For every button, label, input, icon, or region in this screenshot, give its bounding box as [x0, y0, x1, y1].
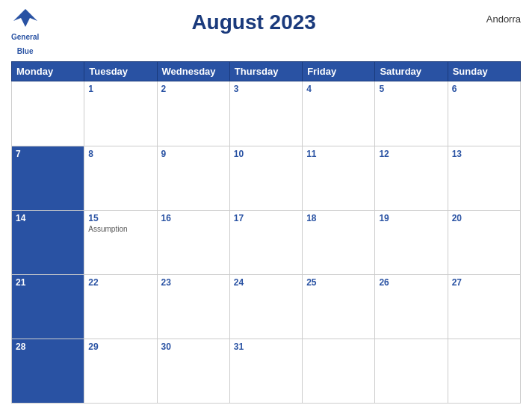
calendar-cell: 1 — [84, 81, 157, 146]
logo: General Blue — [11, 7, 39, 57]
calendar-cell: 18 — [303, 210, 375, 274]
calendar-cell: 13 — [448, 146, 520, 210]
event-label: Assumption — [88, 225, 152, 233]
calendar-cell: 3 — [229, 81, 302, 146]
calendar-cell: 16 — [157, 210, 229, 274]
day-number: 12 — [379, 149, 443, 159]
calendar-cell: 26 — [375, 274, 448, 339]
calendar-cell: 19 — [375, 210, 448, 274]
day-number: 10 — [234, 149, 298, 159]
calendar-cell: 23 — [157, 274, 229, 339]
calendar-cell: 29 — [84, 339, 157, 403]
day-number: 8 — [88, 149, 152, 159]
header-saturday: Saturday — [375, 62, 448, 81]
calendar-cell: 21 — [12, 274, 84, 339]
calendar-cell: 30 — [157, 339, 229, 403]
header-tuesday: Tuesday — [84, 62, 157, 81]
calendar-week-row: 78910111213 — [12, 146, 521, 210]
day-number: 27 — [452, 277, 516, 288]
calendar-cell: 31 — [229, 339, 302, 403]
calendar-cell: 5 — [375, 81, 448, 146]
day-number: 4 — [306, 84, 371, 94]
day-number: 11 — [306, 149, 371, 159]
day-number: 20 — [452, 213, 516, 223]
calendar-cell: 8 — [84, 146, 157, 210]
calendar-cell: 2 — [157, 81, 229, 146]
calendar-cell: 25 — [303, 274, 375, 339]
day-number: 24 — [234, 277, 298, 288]
logo-icon — [12, 7, 39, 28]
day-number: 14 — [16, 213, 80, 223]
calendar-table: Monday Tuesday Wednesday Thursday Friday… — [11, 61, 521, 404]
calendar-cell: 7 — [12, 146, 84, 210]
calendar-cell: 20 — [448, 210, 520, 274]
calendar-title: August 2023 — [39, 7, 468, 34]
day-number: 23 — [161, 277, 226, 288]
calendar-cell — [375, 339, 448, 403]
day-number: 17 — [234, 213, 298, 223]
day-number: 15 — [88, 213, 152, 223]
logo-line1: General — [11, 33, 39, 41]
day-number: 31 — [234, 342, 298, 352]
calendar-header: General Blue August 2023 Andorra — [11, 7, 521, 57]
header-thursday: Thursday — [229, 62, 302, 81]
calendar-week-row: 21222324252627 — [12, 274, 521, 339]
calendar-cell: 17 — [229, 210, 302, 274]
day-number: 21 — [16, 277, 80, 288]
calendar-cell: 28 — [12, 339, 84, 403]
calendar-cell: 14 — [12, 210, 84, 274]
calendar-cell — [448, 339, 520, 403]
weekday-header-row: Monday Tuesday Wednesday Thursday Friday… — [12, 62, 521, 81]
calendar-cell: 27 — [448, 274, 520, 339]
day-number: 2 — [161, 84, 226, 94]
calendar-cell — [12, 81, 84, 146]
calendar-cell: 15Assumption — [84, 210, 157, 274]
calendar-cell: 10 — [229, 146, 302, 210]
calendar-cell: 24 — [229, 274, 302, 339]
day-number: 25 — [306, 277, 371, 288]
day-number: 13 — [452, 149, 516, 159]
day-number: 5 — [379, 84, 443, 94]
day-number: 29 — [88, 342, 152, 352]
country-label: Andorra — [468, 7, 521, 25]
calendar-cell: 22 — [84, 274, 157, 339]
day-number: 19 — [379, 213, 443, 223]
calendar-cell — [303, 339, 375, 403]
header-wednesday: Wednesday — [157, 62, 229, 81]
calendar-cell: 4 — [303, 81, 375, 146]
calendar-cell: 9 — [157, 146, 229, 210]
calendar-week-row: 1415Assumption1617181920 — [12, 210, 521, 274]
day-number: 18 — [306, 213, 371, 223]
logo-line2: Blue — [17, 47, 34, 55]
calendar-cell: 11 — [303, 146, 375, 210]
day-number: 7 — [16, 149, 80, 159]
day-number: 6 — [452, 84, 516, 94]
header-monday: Monday — [12, 62, 84, 81]
header-sunday: Sunday — [448, 62, 520, 81]
day-number: 16 — [161, 213, 226, 223]
day-number: 26 — [379, 277, 443, 288]
calendar-week-row: 123456 — [12, 81, 521, 146]
day-number: 22 — [88, 277, 152, 288]
day-number: 30 — [161, 342, 226, 352]
svg-marker-0 — [13, 9, 37, 27]
calendar-cell: 12 — [375, 146, 448, 210]
header-friday: Friday — [303, 62, 375, 81]
day-number: 3 — [234, 84, 298, 94]
day-number: 1 — [88, 84, 152, 94]
calendar-week-row: 28293031 — [12, 339, 521, 403]
calendar-cell: 6 — [448, 81, 520, 146]
day-number: 9 — [161, 149, 226, 159]
day-number: 28 — [16, 342, 80, 352]
